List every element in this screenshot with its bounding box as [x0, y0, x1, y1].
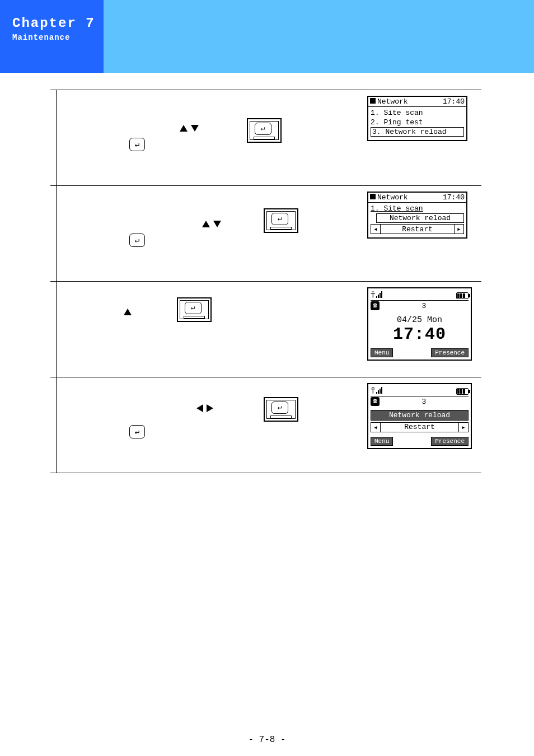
- dialog-title: Network reload: [371, 410, 469, 421]
- right-arrow-icon: [207, 404, 213, 412]
- up-arrow-icon: [124, 309, 132, 315]
- dialog-title: Network reload: [376, 213, 464, 223]
- nav-option: Restart: [381, 423, 458, 432]
- signal-icon: [376, 387, 382, 394]
- date-label: 04/25 Mon: [371, 315, 469, 325]
- screen-clock: 17:40: [443, 97, 465, 106]
- step-row: Network 17:40 1. Site scan 2. Ping test …: [50, 90, 481, 185]
- antenna-icon: ⍡: [371, 386, 375, 396]
- line-number: 3: [380, 398, 469, 406]
- section-label: Maintenance: [12, 33, 104, 42]
- enter-key-icon: [129, 234, 145, 247]
- enter-key-icon: [129, 138, 145, 151]
- left-arrow-icon: [196, 404, 203, 412]
- step-row: ⍡ ☎ 3 04/25 Mon 17:40 Menu Presence: [50, 281, 481, 377]
- down-arrow-icon: [191, 125, 199, 132]
- device-screen: Network 17:40 1. Site scan Network reloa…: [367, 192, 467, 239]
- enter-key-large-icon: [264, 397, 298, 422]
- antenna-icon: ⍡: [371, 291, 375, 300]
- enter-key-large-icon: [177, 297, 212, 322]
- device-home-screen: ⍡ ☎ 3 04/25 Mon 17:40 Menu Presence: [367, 287, 472, 361]
- profile-icon: ☎: [371, 301, 380, 310]
- step-row: ⍡ ☎ 3 Network reload ◂ Restart ▸ Menu: [50, 377, 481, 473]
- softkey-right: Presence: [431, 437, 469, 446]
- enter-key-icon: [129, 425, 145, 438]
- menu-item: 1. Site scan: [371, 204, 464, 213]
- enter-key-large-icon: [264, 208, 298, 233]
- up-arrow-icon: [202, 221, 210, 227]
- chapter-tab: Chapter 7 Maintenance: [0, 0, 104, 73]
- time-label: 17:40: [371, 325, 469, 344]
- menu-item: 1. Site scan: [371, 108, 464, 118]
- step-row: Network 17:40 1. Site scan Network reloa…: [50, 185, 481, 281]
- nav-left-icon: ◂: [371, 225, 381, 234]
- battery-icon: [456, 388, 469, 395]
- screen-title: Network: [377, 193, 408, 202]
- device-home-screen: ⍡ ☎ 3 Network reload ◂ Restart ▸ Menu: [367, 383, 472, 449]
- softkey-left: Menu: [371, 437, 393, 446]
- profile-icon: ☎: [371, 397, 380, 406]
- nav-right-icon: ▸: [454, 225, 463, 234]
- screen-clock: 17:40: [443, 193, 465, 202]
- menu-item-selected: 3. Network reload: [371, 127, 464, 137]
- menu-item: 2. Ping test: [371, 118, 464, 127]
- signal-icon: [376, 291, 382, 298]
- nav-option: Restart: [381, 225, 454, 234]
- page-number: - 7-8 -: [0, 735, 534, 745]
- chapter-label: Chapter 7: [12, 16, 104, 31]
- enter-key-large-icon: [247, 118, 282, 143]
- softkey-right: Presence: [431, 348, 469, 357]
- nav-right-icon: ▸: [458, 423, 468, 432]
- line-number: 3: [380, 302, 469, 310]
- battery-icon: [456, 292, 469, 299]
- down-arrow-icon: [213, 221, 221, 227]
- softkey-left: Menu: [371, 348, 393, 357]
- header-band: [104, 0, 534, 73]
- device-screen: Network 17:40 1. Site scan 2. Ping test …: [367, 96, 467, 141]
- nav-left-icon: ◂: [371, 423, 381, 432]
- content-table: Network 17:40 1. Site scan 2. Ping test …: [50, 90, 481, 473]
- screen-title: Network: [377, 97, 408, 106]
- up-arrow-icon: [180, 125, 188, 132]
